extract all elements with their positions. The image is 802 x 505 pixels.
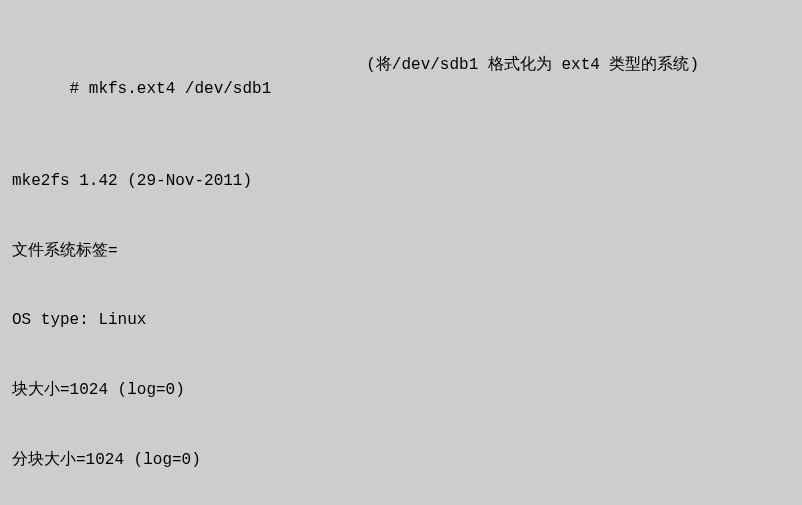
command-comment: (将/dev/sdb1 格式化为 ext4 类型的系统) <box>366 54 699 124</box>
output-line: 分块大小=1024 (log=0) <box>12 449 790 472</box>
output-line: mke2fs 1.42 (29-Nov-2011) <box>12 170 790 193</box>
command-text: mkfs.ext4 /dev/sdb1 <box>89 80 271 98</box>
output-line: 块大小=1024 (log=0) <box>12 379 790 402</box>
shell-prompt: # <box>70 80 89 98</box>
command-line: # mkfs.ext4 /dev/sdb1 (将/dev/sdb1 格式化为 e… <box>12 54 790 124</box>
output-line: 文件系统标签= <box>12 240 790 263</box>
terminal-output: # mkfs.ext4 /dev/sdb1 (将/dev/sdb1 格式化为 e… <box>0 0 802 505</box>
output-line: OS type: Linux <box>12 309 790 332</box>
